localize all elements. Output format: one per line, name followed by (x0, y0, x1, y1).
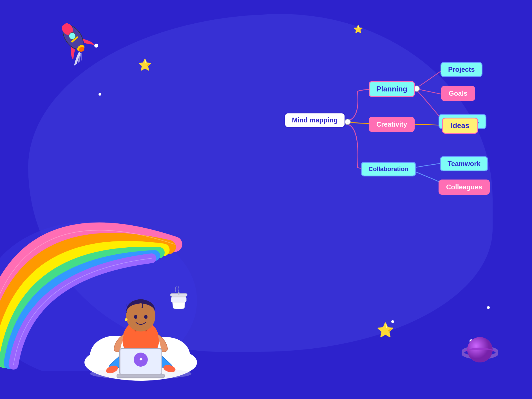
node-collaboration: Collaboration (361, 162, 416, 176)
person-scene: ✦ (70, 244, 211, 385)
svg-point-27 (178, 292, 180, 295)
node-projects: Projects (441, 62, 482, 77)
node-ideas: Ideas (442, 118, 478, 134)
rocket (43, 13, 103, 71)
svg-point-23 (144, 315, 147, 319)
svg-text:✦: ✦ (138, 356, 143, 362)
star-top: ⭐ (138, 59, 152, 70)
svg-text:−: − (347, 120, 348, 124)
node-planning: Planning (369, 81, 415, 97)
node-goals: Goals (441, 86, 475, 101)
mindmap: − − − − Mind mapping Planning Creativity… (284, 39, 515, 214)
node-creativity: Creativity (369, 117, 415, 132)
star-bottom: ⭐ (377, 323, 394, 337)
dot-decoration-2 (99, 93, 101, 96)
dot-decoration-4 (487, 306, 490, 309)
node-colleagues: Colleagues (439, 180, 490, 195)
svg-text:−: − (415, 87, 417, 91)
svg-point-24 (125, 318, 128, 321)
node-teamwork: Teamwork (440, 156, 488, 171)
coffee-cup (169, 286, 189, 312)
svg-rect-25 (171, 297, 186, 302)
svg-rect-20 (117, 374, 165, 378)
node-mind-mapping: Mind mapping (284, 113, 345, 128)
planet (462, 331, 498, 368)
svg-point-22 (134, 315, 137, 319)
star-small: ⭐ (353, 25, 363, 33)
